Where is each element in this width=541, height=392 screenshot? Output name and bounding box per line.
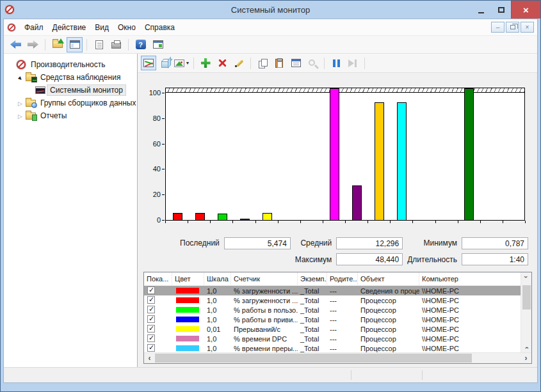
new-window-button[interactable]: [150, 37, 166, 52]
counter-row[interactable]: 1,0% работы в пользо..._Total---Процессо…: [144, 305, 521, 315]
instance-cell: _Total: [298, 325, 327, 333]
main-area: ПроизводительностьСредства наблюденияСис…: [4, 54, 537, 367]
parent-cell: ---: [327, 345, 358, 352]
computer-cell: \\HOME-PC: [419, 345, 521, 352]
column-header-8[interactable]: Компьютер: [419, 272, 521, 286]
maximize-button[interactable]: [491, 1, 511, 19]
copy-properties-icon: [258, 58, 268, 68]
chart-style-button[interactable]: ▼: [174, 56, 190, 70]
counter-row[interactable]: 1,0% работы в приви..._Total---Процессор…: [144, 315, 521, 324]
counter-row[interactable]: 1,0% времени DPC_Total---Процессор\\HOME…: [144, 334, 521, 343]
show-counter-checkbox[interactable]: [147, 325, 155, 333]
object-cell: Процессор: [358, 297, 419, 304]
counter-row[interactable]: 0,01Прерываний/с_Total---Процессор\\HOME…: [144, 324, 521, 334]
export-list-button[interactable]: [91, 37, 107, 52]
freeze-display-button[interactable]: [328, 56, 344, 70]
show-counter-checkbox[interactable]: [147, 334, 155, 342]
y-axis-tick-label: 100: [138, 89, 161, 97]
copy-properties-button[interactable]: [255, 56, 270, 70]
tree-item-reports[interactable]: Отчеты: [4, 109, 137, 122]
column-header-4[interactable]: Счетчик: [231, 272, 298, 286]
show-counter-checkbox[interactable]: [147, 344, 155, 352]
vertical-scroll-thumb[interactable]: [522, 285, 531, 310]
expander-open-icon[interactable]: [16, 73, 24, 82]
up-arrow-overlay-icon: [58, 38, 64, 43]
view-type-icon: [143, 59, 154, 67]
show-console-tree-button[interactable]: [67, 37, 83, 52]
properties-button[interactable]: [288, 56, 303, 70]
column-header-2[interactable]: Цвет: [172, 272, 204, 286]
show-counter-checkbox[interactable]: [147, 286, 155, 294]
show-counter-checkbox[interactable]: [147, 306, 155, 313]
zoom-button[interactable]: [305, 56, 320, 70]
print-icon: [111, 42, 121, 49]
counter-row[interactable]: 1,0% загруженности ..._Total---Сведения …: [144, 286, 521, 295]
view-3d-button[interactable]: [157, 56, 173, 70]
help-button[interactable]: ?: [133, 37, 149, 52]
menu-item-action[interactable]: Действие: [48, 20, 91, 35]
toolbar-separator: [45, 39, 45, 51]
scroll-left-icon[interactable]: ‹: [144, 354, 155, 363]
y-axis-tick: [162, 93, 165, 93]
show-counter-checkbox[interactable]: [147, 296, 155, 304]
minimize-button[interactable]: [471, 1, 491, 19]
add-counter-button[interactable]: [198, 56, 213, 70]
window-title: Системный монитор: [1, 5, 540, 15]
parent-cell: ---: [327, 297, 358, 304]
back-button[interactable]: [8, 37, 24, 52]
object-cell: Сведения о процес...: [358, 287, 419, 295]
show-counter-checkbox[interactable]: [147, 315, 155, 323]
scroll-right-icon[interactable]: ›: [521, 354, 531, 363]
menu-item-file[interactable]: Файл: [20, 20, 48, 35]
table-vertical-scrollbar[interactable]: › ›: [521, 272, 531, 352]
horizontal-scroll-thumb[interactable]: [155, 354, 472, 363]
column-header-6[interactable]: Родите...: [327, 272, 358, 286]
child-minimize-button[interactable]: –: [491, 22, 505, 33]
menu-item-view[interactable]: Вид: [90, 20, 113, 35]
up-one-level-button[interactable]: [49, 37, 65, 52]
update-data-icon: [348, 59, 358, 68]
x-axis-tick: [300, 221, 301, 223]
tree-item-system-monitor[interactable]: Системный монитор: [4, 84, 137, 97]
close-button[interactable]: ×: [511, 1, 540, 19]
view-type-button[interactable]: [141, 56, 156, 70]
column-header-3[interactable]: Шкала: [204, 272, 231, 286]
column-header-1[interactable]: Пока...: [144, 272, 172, 286]
x-axis-tick: [278, 221, 279, 223]
scale-cell: 1,0: [204, 335, 231, 343]
tree-item-monitoring-tools[interactable]: Средства наблюдения: [4, 71, 137, 84]
show-cell: [144, 334, 172, 343]
y-axis-tick-label: 0: [138, 216, 161, 224]
counter-row[interactable]: 1,0% загруженности ..._Total---Процессор…: [144, 295, 521, 305]
scale-cell: 1,0: [204, 316, 231, 324]
y-axis-tick: [162, 194, 165, 195]
y-axis-tick: [162, 169, 165, 169]
column-header-5[interactable]: Экземп...: [298, 272, 327, 286]
print-button[interactable]: [108, 37, 124, 52]
child-close-button[interactable]: ×: [521, 22, 534, 33]
color-cell: [172, 297, 204, 304]
tree-item-data-collector-sets[interactable]: Группы сборщиков данных: [4, 97, 137, 109]
update-data-button[interactable]: [345, 56, 360, 70]
menu-item-help[interactable]: Справка: [140, 20, 179, 35]
menu-item-window[interactable]: Окно: [113, 20, 140, 35]
forward-button[interactable]: [25, 37, 41, 52]
child-restore-button[interactable]: [506, 22, 519, 33]
x-axis-tick: [435, 221, 436, 223]
counter-row[interactable]: 1,0% времени преры..._Total---Процессор\…: [144, 343, 521, 352]
column-header-7[interactable]: Объект: [358, 272, 419, 286]
counter-color-swatch: [176, 307, 199, 313]
chart-style-icon: [174, 59, 184, 67]
counter-cell: % работы в пользо...: [231, 306, 298, 314]
delete-counter-button[interactable]: [214, 56, 230, 70]
expander-closed-icon[interactable]: [16, 98, 24, 107]
highlight-button[interactable]: [231, 56, 246, 70]
expander-closed-icon[interactable]: [16, 111, 24, 120]
scroll-down-icon[interactable]: ›: [523, 347, 529, 349]
table-horizontal-scrollbar[interactable]: ‹ ›: [144, 352, 531, 363]
paste-counter-list-button[interactable]: [271, 56, 287, 70]
computer-cell: \\HOME-PC: [419, 335, 521, 343]
scroll-up-icon[interactable]: ›: [523, 276, 529, 278]
folder-collector-icon-overlay: [31, 102, 37, 108]
tree-item-performance[interactable]: Производительность: [4, 58, 137, 71]
